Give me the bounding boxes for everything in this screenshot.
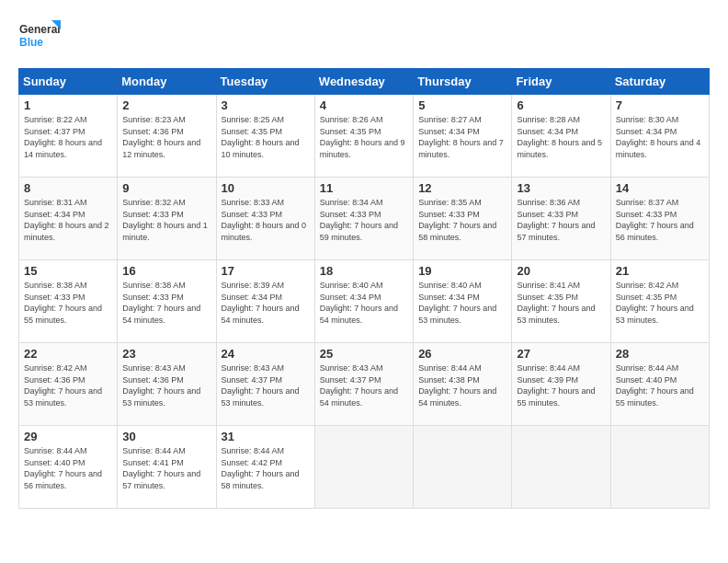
day-info: Sunrise: 8:32 AMSunset: 4:33 PMDaylight:… bbox=[122, 197, 210, 243]
calendar-day-cell: 25Sunrise: 8:43 AMSunset: 4:37 PMDayligh… bbox=[314, 343, 413, 426]
day-info: Sunrise: 8:43 AMSunset: 4:37 PMDaylight:… bbox=[320, 362, 408, 408]
calendar-day-cell: 17Sunrise: 8:39 AMSunset: 4:34 PMDayligh… bbox=[216, 260, 314, 343]
day-info: Sunrise: 8:40 AMSunset: 4:34 PMDaylight:… bbox=[320, 280, 408, 326]
calendar-day-cell: 8Sunrise: 8:31 AMSunset: 4:34 PMDaylight… bbox=[19, 178, 118, 260]
day-info: Sunrise: 8:44 AMSunset: 4:41 PMDaylight:… bbox=[122, 445, 210, 491]
day-info: Sunrise: 8:43 AMSunset: 4:36 PMDaylight:… bbox=[122, 362, 210, 408]
day-number: 30 bbox=[122, 430, 210, 443]
calendar-day-cell: 23Sunrise: 8:43 AMSunset: 4:36 PMDayligh… bbox=[118, 343, 216, 426]
day-number: 5 bbox=[418, 98, 506, 112]
calendar-day-cell: 11Sunrise: 8:34 AMSunset: 4:33 PMDayligh… bbox=[314, 178, 413, 260]
logo: General Blue bbox=[18, 18, 64, 59]
calendar-week-row: 22Sunrise: 8:42 AMSunset: 4:36 PMDayligh… bbox=[19, 343, 710, 426]
day-number: 21 bbox=[616, 264, 704, 278]
day-info: Sunrise: 8:33 AMSunset: 4:33 PMDaylight:… bbox=[222, 197, 310, 243]
calendar-day-cell: 18Sunrise: 8:40 AMSunset: 4:34 PMDayligh… bbox=[314, 260, 413, 343]
weekday-header: Sunday bbox=[19, 69, 118, 95]
day-info: Sunrise: 8:31 AMSunset: 4:34 PMDaylight:… bbox=[24, 197, 112, 243]
calendar-day-cell: 29Sunrise: 8:44 AMSunset: 4:40 PMDayligh… bbox=[19, 426, 118, 509]
day-info: Sunrise: 8:28 AMSunset: 4:34 PMDaylight:… bbox=[517, 114, 605, 160]
day-number: 8 bbox=[24, 181, 112, 195]
day-info: Sunrise: 8:38 AMSunset: 4:33 PMDaylight:… bbox=[24, 280, 112, 326]
weekday-header: Wednesday bbox=[314, 69, 413, 95]
day-number: 28 bbox=[616, 347, 704, 361]
day-info: Sunrise: 8:27 AMSunset: 4:34 PMDaylight:… bbox=[418, 114, 506, 160]
day-info: Sunrise: 8:38 AMSunset: 4:33 PMDaylight:… bbox=[122, 280, 210, 326]
day-info: Sunrise: 8:40 AMSunset: 4:34 PMDaylight:… bbox=[418, 280, 506, 326]
calendar-day-cell: 13Sunrise: 8:36 AMSunset: 4:33 PMDayligh… bbox=[512, 178, 610, 260]
calendar-day-cell: 5Sunrise: 8:27 AMSunset: 4:34 PMDaylight… bbox=[414, 95, 512, 178]
day-number: 2 bbox=[122, 98, 210, 112]
day-info: Sunrise: 8:44 AMSunset: 4:40 PMDaylight:… bbox=[616, 362, 704, 408]
calendar-day-cell bbox=[414, 426, 512, 509]
calendar-week-row: 8Sunrise: 8:31 AMSunset: 4:34 PMDaylight… bbox=[19, 178, 710, 260]
calendar-day-cell bbox=[610, 426, 709, 509]
day-number: 17 bbox=[222, 264, 310, 278]
calendar-day-cell: 7Sunrise: 8:30 AMSunset: 4:34 PMDaylight… bbox=[610, 95, 709, 178]
calendar-day-cell: 10Sunrise: 8:33 AMSunset: 4:33 PMDayligh… bbox=[216, 178, 314, 260]
calendar-day-cell: 1Sunrise: 8:22 AMSunset: 4:37 PMDaylight… bbox=[19, 95, 118, 178]
svg-text:General: General bbox=[19, 23, 61, 36]
calendar-day-cell: 14Sunrise: 8:37 AMSunset: 4:33 PMDayligh… bbox=[610, 178, 709, 260]
day-number: 16 bbox=[122, 264, 210, 278]
day-info: Sunrise: 8:30 AMSunset: 4:34 PMDaylight:… bbox=[616, 114, 704, 160]
day-info: Sunrise: 8:22 AMSunset: 4:37 PMDaylight:… bbox=[24, 114, 112, 160]
calendar-day-cell: 4Sunrise: 8:26 AMSunset: 4:35 PMDaylight… bbox=[314, 95, 413, 178]
calendar-day-cell: 26Sunrise: 8:44 AMSunset: 4:38 PMDayligh… bbox=[414, 343, 512, 426]
svg-text:Blue: Blue bbox=[19, 36, 43, 49]
day-info: Sunrise: 8:35 AMSunset: 4:33 PMDaylight:… bbox=[418, 197, 506, 243]
weekday-header: Monday bbox=[118, 69, 216, 95]
calendar-day-cell: 19Sunrise: 8:40 AMSunset: 4:34 PMDayligh… bbox=[414, 260, 512, 343]
day-number: 9 bbox=[122, 181, 210, 195]
calendar-week-row: 1Sunrise: 8:22 AMSunset: 4:37 PMDaylight… bbox=[19, 95, 710, 178]
day-number: 19 bbox=[418, 264, 506, 278]
calendar-day-cell bbox=[512, 426, 610, 509]
day-number: 26 bbox=[418, 347, 506, 361]
day-number: 11 bbox=[320, 181, 408, 195]
calendar-day-cell: 31Sunrise: 8:44 AMSunset: 4:42 PMDayligh… bbox=[216, 426, 314, 509]
day-number: 6 bbox=[517, 98, 605, 112]
calendar-day-cell: 21Sunrise: 8:42 AMSunset: 4:35 PMDayligh… bbox=[610, 260, 709, 343]
day-number: 29 bbox=[24, 430, 112, 443]
day-info: Sunrise: 8:41 AMSunset: 4:35 PMDaylight:… bbox=[517, 280, 605, 326]
day-info: Sunrise: 8:23 AMSunset: 4:36 PMDaylight:… bbox=[122, 114, 210, 160]
day-info: Sunrise: 8:39 AMSunset: 4:34 PMDaylight:… bbox=[222, 280, 310, 326]
calendar-day-cell: 27Sunrise: 8:44 AMSunset: 4:39 PMDayligh… bbox=[512, 343, 610, 426]
calendar-day-cell bbox=[314, 426, 413, 509]
day-number: 12 bbox=[418, 181, 506, 195]
calendar-week-row: 15Sunrise: 8:38 AMSunset: 4:33 PMDayligh… bbox=[19, 260, 710, 343]
day-number: 13 bbox=[517, 181, 605, 195]
logo-svg: General Blue bbox=[18, 18, 64, 59]
weekday-header: Saturday bbox=[610, 69, 709, 95]
day-number: 22 bbox=[24, 347, 112, 361]
calendar-day-cell: 2Sunrise: 8:23 AMSunset: 4:36 PMDaylight… bbox=[118, 95, 216, 178]
calendar-week-row: 29Sunrise: 8:44 AMSunset: 4:40 PMDayligh… bbox=[19, 426, 710, 509]
calendar-header-row: SundayMondayTuesdayWednesdayThursdayFrid… bbox=[19, 69, 710, 95]
day-number: 10 bbox=[222, 181, 310, 195]
day-number: 4 bbox=[320, 98, 408, 112]
day-info: Sunrise: 8:44 AMSunset: 4:40 PMDaylight:… bbox=[24, 445, 112, 491]
day-info: Sunrise: 8:26 AMSunset: 4:35 PMDaylight:… bbox=[320, 114, 408, 160]
day-number: 15 bbox=[24, 264, 112, 278]
calendar-day-cell: 9Sunrise: 8:32 AMSunset: 4:33 PMDaylight… bbox=[118, 178, 216, 260]
day-number: 1 bbox=[24, 98, 112, 112]
calendar-day-cell: 12Sunrise: 8:35 AMSunset: 4:33 PMDayligh… bbox=[414, 178, 512, 260]
day-info: Sunrise: 8:42 AMSunset: 4:36 PMDaylight:… bbox=[24, 362, 112, 408]
calendar-day-cell: 30Sunrise: 8:44 AMSunset: 4:41 PMDayligh… bbox=[118, 426, 216, 509]
day-info: Sunrise: 8:37 AMSunset: 4:33 PMDaylight:… bbox=[616, 197, 704, 243]
day-number: 3 bbox=[222, 98, 310, 112]
calendar-day-cell: 24Sunrise: 8:43 AMSunset: 4:37 PMDayligh… bbox=[216, 343, 314, 426]
day-number: 7 bbox=[616, 98, 704, 112]
page-header: General Blue bbox=[18, 18, 710, 59]
weekday-header: Thursday bbox=[414, 69, 512, 95]
calendar-day-cell: 16Sunrise: 8:38 AMSunset: 4:33 PMDayligh… bbox=[118, 260, 216, 343]
day-number: 31 bbox=[222, 430, 310, 443]
calendar-table: SundayMondayTuesdayWednesdayThursdayFrid… bbox=[18, 68, 710, 509]
calendar-day-cell: 28Sunrise: 8:44 AMSunset: 4:40 PMDayligh… bbox=[610, 343, 709, 426]
calendar-day-cell: 22Sunrise: 8:42 AMSunset: 4:36 PMDayligh… bbox=[19, 343, 118, 426]
day-info: Sunrise: 8:43 AMSunset: 4:37 PMDaylight:… bbox=[222, 362, 310, 408]
day-info: Sunrise: 8:25 AMSunset: 4:35 PMDaylight:… bbox=[222, 114, 310, 160]
day-info: Sunrise: 8:34 AMSunset: 4:33 PMDaylight:… bbox=[320, 197, 408, 243]
day-number: 14 bbox=[616, 181, 704, 195]
calendar-day-cell: 6Sunrise: 8:28 AMSunset: 4:34 PMDaylight… bbox=[512, 95, 610, 178]
